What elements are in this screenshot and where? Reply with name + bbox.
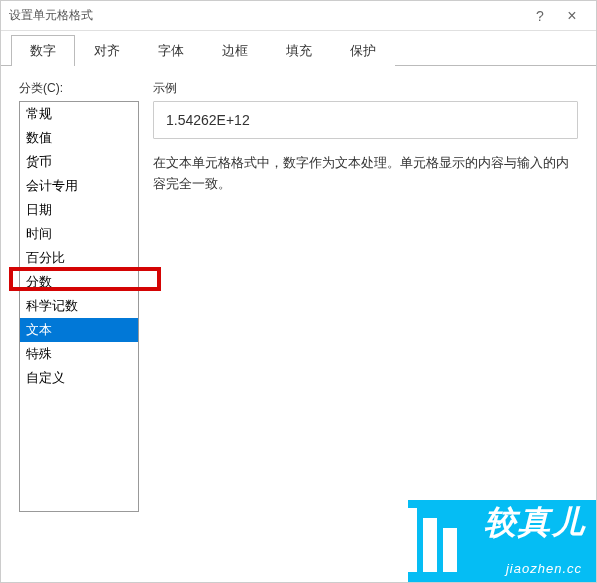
list-item[interactable]: 时间: [20, 222, 138, 246]
format-description: 在文本单元格格式中，数字作为文本处理。单元格显示的内容与输入的内容完全一致。: [153, 153, 578, 195]
dialog-title: 设置单元格格式: [9, 7, 524, 24]
tab-5[interactable]: 保护: [331, 35, 395, 66]
list-item[interactable]: 常规: [20, 102, 138, 126]
content-area: 分类(C): 常规数值货币会计专用日期时间百分比分数科学记数文本特殊自定义 示例…: [1, 66, 596, 526]
titlebar: 设置单元格格式 ? ×: [1, 1, 596, 31]
example-value: 1.54262E+12: [153, 101, 578, 139]
tab-0[interactable]: 数字: [11, 35, 75, 66]
format-cells-dialog: 设置单元格格式 ? × 数字对齐字体边框填充保护 分类(C): 常规数值货币会计…: [0, 0, 597, 583]
close-button[interactable]: ×: [556, 2, 588, 30]
list-item[interactable]: 自定义: [20, 366, 138, 390]
list-item[interactable]: 科学记数: [20, 294, 138, 318]
list-item[interactable]: 日期: [20, 198, 138, 222]
category-label: 分类(C):: [19, 80, 139, 97]
list-item[interactable]: 分数: [20, 270, 138, 294]
tab-3[interactable]: 边框: [203, 35, 267, 66]
watermark-url: jiaozhen.cc: [506, 561, 582, 576]
list-item[interactable]: 文本: [20, 318, 138, 342]
list-item[interactable]: 特殊: [20, 342, 138, 366]
tab-1[interactable]: 对齐: [75, 35, 139, 66]
tab-strip: 数字对齐字体边框填充保护: [1, 31, 596, 66]
list-item[interactable]: 百分比: [20, 246, 138, 270]
category-panel: 分类(C): 常规数值货币会计专用日期时间百分比分数科学记数文本特殊自定义: [19, 80, 139, 512]
list-item[interactable]: 货币: [20, 150, 138, 174]
list-item[interactable]: 数值: [20, 126, 138, 150]
tab-2[interactable]: 字体: [139, 35, 203, 66]
tab-4[interactable]: 填充: [267, 35, 331, 66]
detail-panel: 示例 1.54262E+12 在文本单元格格式中，数字作为文本处理。单元格显示的…: [153, 80, 578, 512]
example-label: 示例: [153, 80, 578, 97]
help-button[interactable]: ?: [524, 2, 556, 30]
category-listbox[interactable]: 常规数值货币会计专用日期时间百分比分数科学记数文本特殊自定义: [19, 101, 139, 512]
list-item[interactable]: 会计专用: [20, 174, 138, 198]
